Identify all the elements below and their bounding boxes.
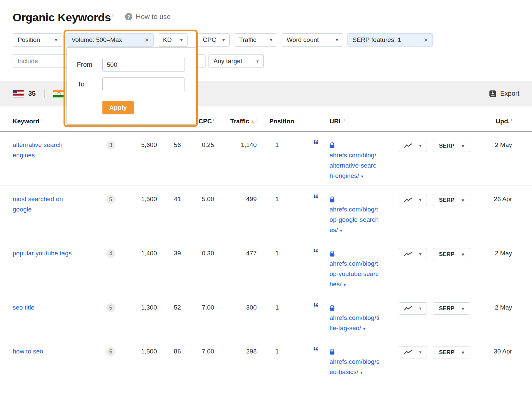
position-value: 1 xyxy=(258,294,301,338)
india-flag-icon[interactable] xyxy=(53,90,64,97)
serp-button-label: SERP xyxy=(439,251,454,258)
position-history-chart-button[interactable]: ▾ xyxy=(399,194,427,206)
column-header-position[interactable]: Positioni xyxy=(258,106,301,131)
filter-serp-features-remove-icon[interactable]: × xyxy=(419,34,432,46)
column-header-updated-label: Upd. xyxy=(496,118,510,125)
info-icon: i xyxy=(213,117,214,122)
filter-position-dropdown[interactable]: Position ▾ xyxy=(13,33,62,47)
filter-volume-chip[interactable]: Volume: 500–Max × xyxy=(66,33,154,47)
url-expand-caret-icon[interactable]: ▾ xyxy=(343,282,346,287)
how-to-use-link[interactable]: ? How to use xyxy=(125,13,171,21)
chevron-down-icon: ▾ xyxy=(336,37,338,43)
keyword-link[interactable]: most searched on google xyxy=(13,194,79,214)
quote-icon[interactable]: “ xyxy=(313,138,319,152)
url-expand-caret-icon[interactable]: ▾ xyxy=(363,326,365,331)
sort-descending-icon: ↓ xyxy=(251,118,255,125)
serp-button[interactable]: SERP▾ xyxy=(433,194,470,206)
url-expand-caret-icon[interactable]: ▾ xyxy=(361,174,363,179)
result-url-link[interactable]: ahrefs.com/blog/alternative-search-engin… xyxy=(330,150,379,182)
table-row: popular youtube tags 4 1,400 39 0.30 477… xyxy=(0,240,532,294)
position-history-chart-button[interactable]: ▾ xyxy=(399,346,427,358)
keyword-link[interactable]: alternative search engines xyxy=(13,140,79,160)
quote-icon[interactable]: “ xyxy=(313,344,319,358)
quote-icon[interactable]: “ xyxy=(313,246,319,260)
keyword-badge: 5 xyxy=(106,303,115,312)
volume-filter-popup: From To Apply xyxy=(66,47,197,125)
keyword-link[interactable]: popular youtube tags xyxy=(13,248,71,258)
chevron-down-icon: ▾ xyxy=(180,37,183,43)
export-label: Export xyxy=(500,90,519,97)
result-url-link[interactable]: ahrefs.com/blog/top-youtube-searches/▾ xyxy=(330,258,379,290)
url-expand-caret-icon[interactable]: ▾ xyxy=(360,370,363,375)
filter-volume-remove-icon[interactable]: × xyxy=(140,34,153,46)
column-header-url[interactable]: URLi xyxy=(326,106,396,131)
result-url-text: ahrefs.com/blog/top-google-searches/ xyxy=(330,206,379,233)
filter-volume-label: Volume: 500–Max xyxy=(67,34,140,46)
updated-date: 2 May xyxy=(472,294,532,338)
volume-value: 1,500 xyxy=(122,338,158,382)
volume-to-input[interactable] xyxy=(102,77,185,91)
filter-kd-label: KD xyxy=(163,36,172,44)
export-button[interactable]: Export xyxy=(489,90,519,97)
line-chart-icon xyxy=(404,349,413,355)
filter-traffic-label: Traffic xyxy=(239,36,256,44)
export-icon xyxy=(489,90,496,97)
column-header-updated[interactable]: Upd.i xyxy=(472,106,532,131)
page-title: Organic Keywordsi xyxy=(13,9,113,25)
updated-date: 2 May xyxy=(472,240,532,294)
filter-traffic-dropdown[interactable]: Traffic ▾ xyxy=(234,33,277,47)
position-history-chart-button[interactable]: ▾ xyxy=(399,140,427,152)
lock-icon xyxy=(330,140,396,150)
result-url-link[interactable]: ahrefs.com/blog/top-google-searches/▾ xyxy=(330,204,379,236)
result-url-link[interactable]: ahrefs.com/blog/title-tag-seo/▾ xyxy=(330,313,379,334)
line-chart-icon xyxy=(404,197,413,203)
serp-button[interactable]: SERP▾ xyxy=(433,140,470,152)
traffic-value: 477 xyxy=(215,240,258,294)
kd-value: 39 xyxy=(158,240,182,294)
cpc-value: 0.25 xyxy=(182,132,215,186)
volume-value: 5,600 xyxy=(122,132,158,186)
info-icon: i xyxy=(256,117,257,122)
chevron-down-icon: ▾ xyxy=(419,249,421,259)
table-row: how to seo 5 1,500 86 7.00 298 1 “ ahref… xyxy=(0,338,532,382)
url-expand-caret-icon[interactable]: ▾ xyxy=(340,228,342,233)
kd-value: 41 xyxy=(158,186,182,240)
serp-button[interactable]: SERP▾ xyxy=(433,346,470,358)
position-history-chart-button[interactable]: ▾ xyxy=(399,248,427,260)
organic-keywords-page: Organic Keywordsi ? How to use Position … xyxy=(0,0,532,399)
quote-icon[interactable]: “ xyxy=(313,301,319,314)
filter-cpc-dropdown[interactable]: CPC ▾ xyxy=(198,33,230,47)
position-value: 1 xyxy=(258,338,301,382)
result-url-text: ahrefs.com/blog/top-youtube-searches/ xyxy=(330,260,379,288)
volume-from-input[interactable] xyxy=(102,58,185,71)
lock-icon xyxy=(330,302,396,313)
question-icon: ? xyxy=(125,13,132,20)
us-flag-icon[interactable] xyxy=(13,90,24,97)
chevron-down-icon: ▾ xyxy=(462,350,464,355)
column-header-traffic[interactable]: Traffic↓i xyxy=(215,106,258,131)
position-history-chart-button[interactable]: ▾ xyxy=(399,302,427,315)
any-target-dropdown[interactable]: Any target ▾ xyxy=(208,54,264,68)
cpc-value: 7.00 xyxy=(182,294,215,338)
info-icon: i xyxy=(112,13,113,18)
keyword-badge: 3 xyxy=(106,141,115,150)
traffic-value: 300 xyxy=(215,294,258,338)
keyword-link[interactable]: seo title xyxy=(13,302,34,313)
chevron-down-icon: ▾ xyxy=(419,303,421,314)
filter-serp-features-chip[interactable]: SERP features: 1 × xyxy=(347,33,433,47)
position-value: 1 xyxy=(258,240,301,294)
filter-word-count-dropdown[interactable]: Word count ▾ xyxy=(282,33,343,47)
serp-button[interactable]: SERP▾ xyxy=(433,248,470,260)
apply-button[interactable]: Apply xyxy=(102,101,134,114)
column-header-keyword-label: Keyword xyxy=(13,118,39,125)
info-icon: i xyxy=(511,117,512,122)
keyword-link[interactable]: how to seo xyxy=(13,346,43,356)
cpc-value: 0.30 xyxy=(182,240,215,294)
result-url-link[interactable]: ahrefs.com/blog/seo-basics/▾ xyxy=(330,356,379,378)
result-url-text: ahrefs.com/blog/title-tag-seo/ xyxy=(330,314,379,332)
serp-button[interactable]: SERP▾ xyxy=(433,302,470,315)
column-header-chart xyxy=(396,106,429,131)
quote-icon[interactable]: “ xyxy=(313,192,319,206)
filter-kd-dropdown[interactable]: KD ▾ xyxy=(158,33,188,47)
chevron-down-icon: ▾ xyxy=(419,141,421,151)
